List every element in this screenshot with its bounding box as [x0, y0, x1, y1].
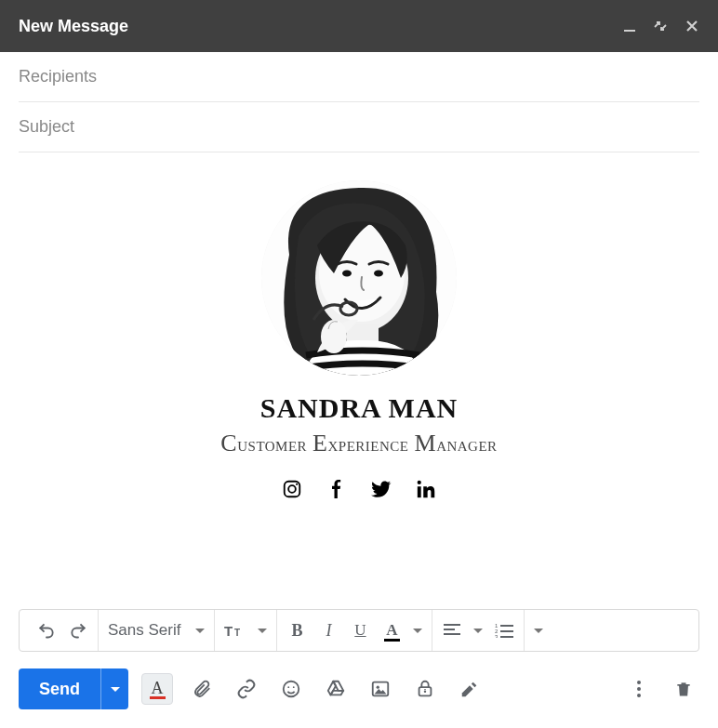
- align-button[interactable]: [442, 616, 462, 644]
- svg-point-35: [637, 694, 641, 697]
- format-toolbar: Sans Serif TT B I U A 123: [19, 609, 699, 652]
- font-select-caret[interactable]: [195, 629, 205, 633]
- font-size-caret[interactable]: [258, 629, 267, 633]
- minimize-button[interactable]: [623, 20, 636, 33]
- svg-point-12: [296, 483, 298, 485]
- bottom-area: Sans Serif TT B I U A 123: [0, 609, 718, 728]
- svg-point-5: [342, 271, 352, 277]
- svg-rect-13: [418, 486, 421, 497]
- svg-rect-36: [677, 684, 689, 686]
- svg-point-14: [418, 481, 421, 484]
- insert-drive-button[interactable]: [320, 673, 352, 705]
- svg-point-11: [288, 485, 296, 493]
- text-color-caret[interactable]: [413, 629, 422, 633]
- twitter-icon[interactable]: [370, 478, 392, 500]
- svg-point-30: [377, 686, 379, 689]
- confidential-mode-button[interactable]: [409, 673, 441, 705]
- insert-emoji-button[interactable]: [275, 673, 307, 705]
- formatting-toggle-button[interactable]: A: [141, 673, 173, 705]
- send-button-label[interactable]: Send: [19, 668, 100, 709]
- discard-draft-button[interactable]: [668, 673, 699, 705]
- subject-field[interactable]: Subject: [19, 102, 699, 152]
- header-controls: [623, 19, 699, 33]
- send-options-button[interactable]: [100, 668, 128, 709]
- list-button[interactable]: 123: [494, 616, 514, 644]
- insert-signature-button[interactable]: [454, 673, 485, 705]
- svg-point-32: [424, 691, 426, 693]
- svg-point-34: [637, 687, 641, 691]
- svg-point-26: [284, 682, 299, 697]
- svg-text:T: T: [224, 623, 233, 639]
- svg-rect-0: [624, 30, 635, 32]
- align-caret[interactable]: [473, 629, 483, 633]
- header-title: New Message: [19, 17, 128, 36]
- attach-file-button[interactable]: [186, 673, 218, 705]
- instagram-icon[interactable]: [281, 478, 303, 500]
- insert-photo-button[interactable]: [365, 673, 396, 705]
- svg-point-28: [293, 686, 295, 688]
- linkedin-icon[interactable]: [415, 478, 437, 500]
- signature-title: Customer Experience Manager: [19, 430, 699, 457]
- italic-button[interactable]: I: [318, 616, 339, 644]
- svg-text:3: 3: [495, 634, 499, 638]
- signature-name: SANDRA MAN: [19, 392, 699, 424]
- compose-body[interactable]: SANDRA MAN Customer Experience Manager: [0, 152, 718, 510]
- underline-button[interactable]: U: [350, 616, 370, 644]
- bold-button[interactable]: B: [286, 616, 307, 644]
- send-row: Send A: [19, 668, 699, 709]
- signature-social-row: [19, 478, 699, 500]
- compose-header: New Message: [0, 0, 718, 52]
- svg-point-6: [374, 271, 383, 277]
- restore-button[interactable]: [653, 19, 668, 33]
- send-button[interactable]: Send: [19, 668, 128, 709]
- undo-button[interactable]: [36, 616, 57, 644]
- insert-link-button[interactable]: [231, 673, 262, 705]
- font-size-button[interactable]: TT: [224, 616, 246, 644]
- compose-fields: Recipients Subject: [0, 52, 718, 152]
- svg-point-27: [287, 686, 289, 688]
- more-options-button[interactable]: [623, 673, 655, 705]
- signature-avatar: [261, 180, 457, 376]
- redo-button[interactable]: [68, 616, 88, 644]
- close-button[interactable]: [685, 19, 699, 33]
- more-format-caret[interactable]: [534, 629, 543, 633]
- svg-point-33: [637, 681, 641, 684]
- facebook-icon[interactable]: [326, 478, 348, 500]
- svg-point-8: [321, 320, 347, 353]
- text-color-button[interactable]: A: [381, 616, 402, 644]
- font-select[interactable]: Sans Serif: [108, 621, 184, 640]
- svg-text:T: T: [234, 628, 240, 638]
- recipients-field[interactable]: Recipients: [19, 52, 699, 102]
